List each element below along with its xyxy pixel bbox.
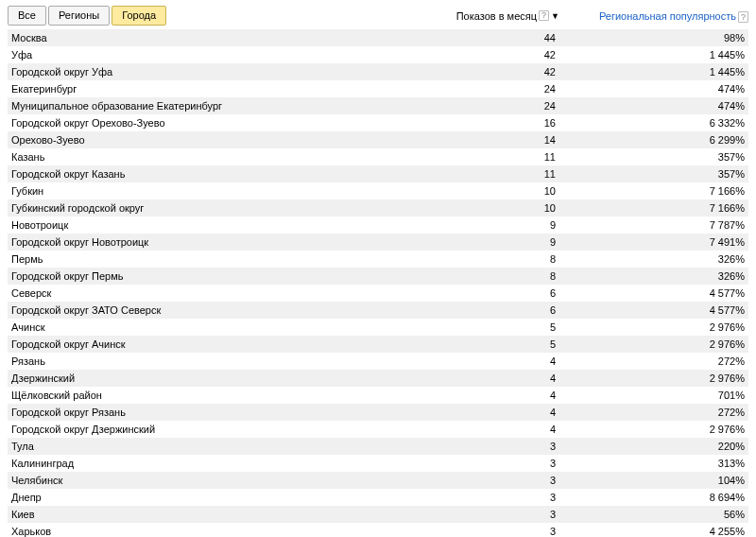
cell-region: Орехово-Зуево	[11, 134, 404, 146]
table-row: Городской округ Уфа421 445%	[8, 63, 748, 80]
cell-shows: 3	[404, 492, 593, 503]
column-header-popularity[interactable]: Региональная популярность?	[597, 10, 748, 22]
table-row: Ачинск52 976%	[8, 319, 748, 336]
cell-popularity: 7 491%	[593, 236, 745, 248]
cell-popularity: 98%	[593, 32, 745, 43]
table-row: Щёлковский район4701%	[8, 387, 748, 404]
cell-region: Городской округ Дзержинский	[11, 424, 404, 435]
page: Все Регионы Города Показов в месяц ? ▼ Р…	[0, 0, 756, 537]
cell-region: Городской округ Уфа	[11, 66, 404, 78]
table-row: Городской округ Рязань4272%	[8, 404, 748, 421]
table-row: Городской округ Орехово-Зуево166 332%	[8, 114, 748, 131]
column-header-shows-label: Показов в месяц	[456, 10, 537, 22]
sort-desc-icon[interactable]: ▼	[551, 11, 559, 21]
cell-shows: 3	[404, 458, 593, 469]
cell-region: Щёлковский район	[11, 390, 404, 401]
table-row: Дзержинский42 976%	[8, 370, 748, 387]
cell-shows: 11	[404, 151, 593, 163]
cell-region: Москва	[11, 32, 404, 43]
cell-region: Городской округ ЗАТО Северск	[11, 304, 404, 316]
tab-regions[interactable]: Регионы	[48, 6, 110, 26]
cell-region: Губкинский городской округ	[11, 202, 404, 214]
table-row: Челябинск3104%	[8, 472, 748, 489]
cell-region: Дзержинский	[11, 372, 404, 384]
cell-popularity: 474%	[593, 100, 745, 112]
table-row: Городской округ Дзержинский42 976%	[8, 421, 748, 438]
cell-popularity: 104%	[593, 475, 745, 486]
cell-region: Челябинск	[11, 475, 404, 486]
cell-shows: 6	[404, 287, 593, 299]
cell-popularity: 272%	[593, 407, 745, 418]
table-row: Москва4498%	[8, 29, 748, 46]
table-row: Киев356%	[8, 506, 748, 523]
cell-region: Муниципальное образование Екатеринбург	[11, 100, 404, 112]
tab-bar: Все Регионы Города	[8, 6, 166, 26]
cell-popularity: 220%	[593, 441, 745, 452]
cell-popularity: 8 694%	[593, 492, 745, 503]
cell-shows: 4	[404, 355, 593, 367]
cell-popularity: 474%	[593, 83, 745, 95]
cell-shows: 4	[404, 372, 593, 384]
cell-popularity: 6 332%	[593, 117, 745, 129]
table-row: Новотроицк97 787%	[8, 217, 748, 234]
cell-region: Городской округ Ачинск	[11, 338, 404, 350]
cell-popularity: 2 976%	[593, 338, 745, 350]
table-row: Калининград3313%	[8, 455, 748, 472]
table-row: Тула3220%	[8, 438, 748, 455]
table-row: Северск64 577%	[8, 285, 748, 302]
cell-popularity: 7 166%	[593, 202, 745, 214]
cell-shows: 5	[404, 338, 593, 350]
help-icon[interactable]: ?	[738, 11, 748, 23]
cell-shows: 3	[404, 509, 593, 520]
cell-shows: 10	[404, 202, 593, 214]
cell-shows: 14	[404, 134, 593, 146]
table-row: Городской округ Пермь8326%	[8, 268, 748, 285]
cell-shows: 8	[404, 270, 593, 282]
table-row: Пермь8326%	[8, 251, 748, 268]
cell-shows: 8	[404, 253, 593, 265]
cell-popularity: 1 445%	[593, 66, 745, 78]
cell-region: Городской округ Новотроицк	[11, 236, 404, 248]
cell-region: Городской округ Рязань	[11, 407, 404, 418]
cell-region: Новотроицк	[11, 219, 404, 231]
table-row: Казань11357%	[8, 148, 748, 165]
cell-region: Рязань	[11, 355, 404, 367]
cell-shows: 16	[404, 117, 593, 129]
help-icon[interactable]: ?	[539, 10, 549, 21]
cell-shows: 3	[404, 475, 593, 486]
cell-popularity: 701%	[593, 390, 745, 401]
table-row: Днепр38 694%	[8, 489, 748, 506]
cell-region: Калининград	[11, 458, 404, 469]
cell-region: Киев	[11, 509, 404, 520]
cell-shows: 4	[404, 390, 593, 401]
table-row: Губкинский городской округ107 166%	[8, 199, 748, 217]
cell-popularity: 7 166%	[593, 185, 745, 197]
cell-shows: 6	[404, 304, 593, 316]
cell-shows: 3	[404, 441, 593, 452]
cell-popularity: 56%	[593, 509, 745, 520]
tab-cities[interactable]: Города	[112, 6, 166, 26]
cell-popularity: 2 976%	[593, 372, 745, 384]
cell-shows: 4	[404, 407, 593, 418]
cell-popularity: 4 577%	[593, 287, 745, 299]
table-row: Городской округ Ачинск52 976%	[8, 336, 748, 353]
cell-popularity: 2 976%	[593, 321, 745, 333]
cell-shows: 5	[404, 321, 593, 333]
cell-popularity: 326%	[593, 270, 745, 282]
table-row: Городской округ ЗАТО Северск64 577%	[8, 302, 748, 319]
cell-region: Городской округ Казань	[11, 168, 404, 180]
cell-shows: 9	[404, 219, 593, 231]
cell-shows: 10	[404, 185, 593, 197]
header-row: Все Регионы Города Показов в месяц ? ▼ Р…	[8, 4, 748, 29]
cell-region: Казань	[11, 151, 404, 163]
cell-region: Харьков	[11, 526, 404, 537]
column-header-shows[interactable]: Показов в месяц ? ▼	[408, 10, 597, 22]
tab-all[interactable]: Все	[8, 6, 46, 26]
table-row: Харьков34 255%	[8, 523, 748, 537]
popularity-link[interactable]: Региональная популярность	[599, 10, 736, 22]
cell-shows: 9	[404, 236, 593, 248]
table-row: Городской округ Новотроицк97 491%	[8, 234, 748, 251]
table-row: Уфа421 445%	[8, 46, 748, 63]
cell-region: Уфа	[11, 49, 404, 61]
cell-region: Тула	[11, 441, 404, 452]
